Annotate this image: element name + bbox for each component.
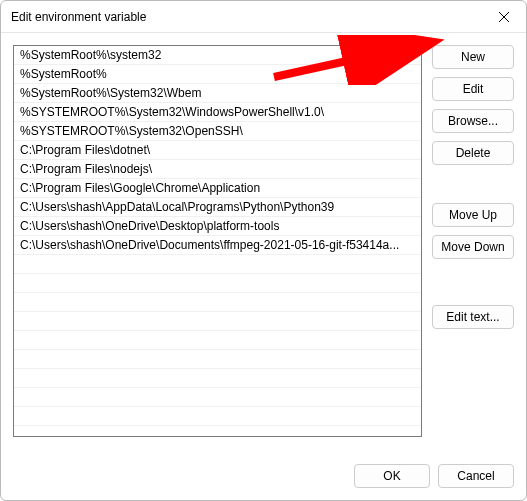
delete-button[interactable]: Delete xyxy=(432,141,514,165)
list-item[interactable]: %SYSTEMROOT%\System32\WindowsPowerShell\… xyxy=(14,103,421,122)
list-item[interactable]: C:\Users\shash\AppData\Local\Programs\Py… xyxy=(14,198,421,217)
move-down-button[interactable]: Move Down xyxy=(432,235,514,259)
list-item[interactable] xyxy=(14,293,421,312)
list-item[interactable] xyxy=(14,407,421,426)
list-item[interactable]: C:\Users\shash\OneDrive\Desktop\platform… xyxy=(14,217,421,236)
list-item[interactable] xyxy=(14,331,421,350)
cancel-button[interactable]: Cancel xyxy=(438,464,514,488)
list-item[interactable] xyxy=(14,255,421,274)
list-item[interactable] xyxy=(14,350,421,369)
side-button-panel: New Edit Browse... Delete Move Up Move D… xyxy=(432,45,514,437)
list-item[interactable]: C:\Program Files\Google\Chrome\Applicati… xyxy=(14,179,421,198)
list-item[interactable]: %SystemRoot%\system32 xyxy=(14,46,421,65)
list-item[interactable]: %SYSTEMROOT%\System32\OpenSSH\ xyxy=(14,122,421,141)
list-item[interactable]: C:\Users\shash\OneDrive\Documents\ffmpeg… xyxy=(14,236,421,255)
titlebar: Edit environment variable xyxy=(1,1,526,33)
list-item[interactable]: C:\Program Files\dotnet\ xyxy=(14,141,421,160)
list-item[interactable]: %SystemRoot%\System32\Wbem xyxy=(14,84,421,103)
path-listbox[interactable]: %SystemRoot%\system32%SystemRoot%%System… xyxy=(13,45,422,437)
list-item[interactable]: %SystemRoot% xyxy=(14,65,421,84)
list-item[interactable] xyxy=(14,369,421,388)
list-item[interactable] xyxy=(14,388,421,407)
browse-button[interactable]: Browse... xyxy=(432,109,514,133)
window-title: Edit environment variable xyxy=(11,10,146,24)
ok-button[interactable]: OK xyxy=(354,464,430,488)
dialog-bottom-buttons: OK Cancel xyxy=(354,464,514,488)
close-button[interactable] xyxy=(482,1,526,33)
new-button[interactable]: New xyxy=(432,45,514,69)
list-item[interactable] xyxy=(14,274,421,293)
edit-button[interactable]: Edit xyxy=(432,77,514,101)
list-item[interactable]: C:\Program Files\nodejs\ xyxy=(14,160,421,179)
edit-text-button[interactable]: Edit text... xyxy=(432,305,514,329)
move-up-button[interactable]: Move Up xyxy=(432,203,514,227)
list-item[interactable] xyxy=(14,312,421,331)
dialog-content: %SystemRoot%\system32%SystemRoot%%System… xyxy=(1,33,526,500)
close-icon xyxy=(499,12,509,22)
